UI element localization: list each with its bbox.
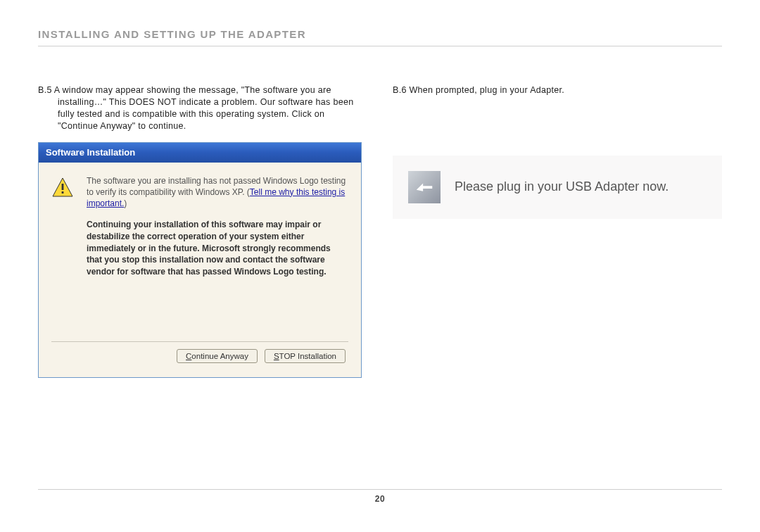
section-title: INSTALLING AND SETTING UP THE ADAPTER bbox=[38, 28, 722, 40]
two-column-layout: B.5 A window may appear showing the mess… bbox=[38, 84, 722, 378]
page-number: 20 bbox=[38, 494, 722, 504]
warning-icon bbox=[51, 177, 74, 199]
dialog-titlebar: Software Installation bbox=[39, 143, 361, 163]
dialog-divider bbox=[51, 341, 348, 342]
page-footer: 20 bbox=[38, 489, 722, 504]
software-installation-dialog: Software Installation The software you a… bbox=[38, 142, 362, 379]
stop-installation-button[interactable]: STOP Installation bbox=[265, 349, 346, 363]
step-b5-text: B.5 A window may appear showing the mess… bbox=[38, 84, 367, 132]
step-b6-body: When prompted, plug in your Adapter. bbox=[409, 85, 564, 95]
usb-adapter-icon bbox=[408, 171, 441, 203]
step-b5-label: B.5 bbox=[38, 85, 52, 95]
svg-marker-3 bbox=[417, 183, 433, 191]
svg-rect-1 bbox=[62, 184, 64, 190]
dialog-body: The software you are installing has not … bbox=[39, 163, 361, 378]
step-b5-body: A window may appear showing the message,… bbox=[54, 85, 354, 131]
left-column: B.5 A window may appear showing the mess… bbox=[38, 84, 367, 378]
bottom-divider bbox=[38, 489, 722, 490]
continue-anyway-button[interactable]: Continue Anyway bbox=[177, 349, 258, 363]
dialog-line1-close: ) bbox=[124, 198, 127, 208]
step-b6-text: B.6 When prompted, plug in your Adapter. bbox=[393, 84, 722, 96]
dialog-content-row: The software you are installing has not … bbox=[51, 175, 348, 279]
plugin-prompt-panel: Please plug in your USB Adapter now. bbox=[393, 156, 722, 219]
top-divider bbox=[38, 46, 722, 46]
right-column: B.6 When prompted, plug in your Adapter.… bbox=[393, 84, 722, 378]
step-b6-label: B.6 bbox=[393, 85, 407, 95]
plugin-prompt-text: Please plug in your USB Adapter now. bbox=[455, 179, 669, 194]
svg-rect-2 bbox=[62, 191, 64, 194]
dialog-caution-text: Continuing your installation of this sof… bbox=[87, 219, 348, 278]
dialog-message: The software you are installing has not … bbox=[87, 175, 348, 279]
manual-page: INSTALLING AND SETTING UP THE ADAPTER B.… bbox=[0, 0, 760, 378]
dialog-button-row: Continue Anyway STOP Installation bbox=[51, 349, 348, 366]
